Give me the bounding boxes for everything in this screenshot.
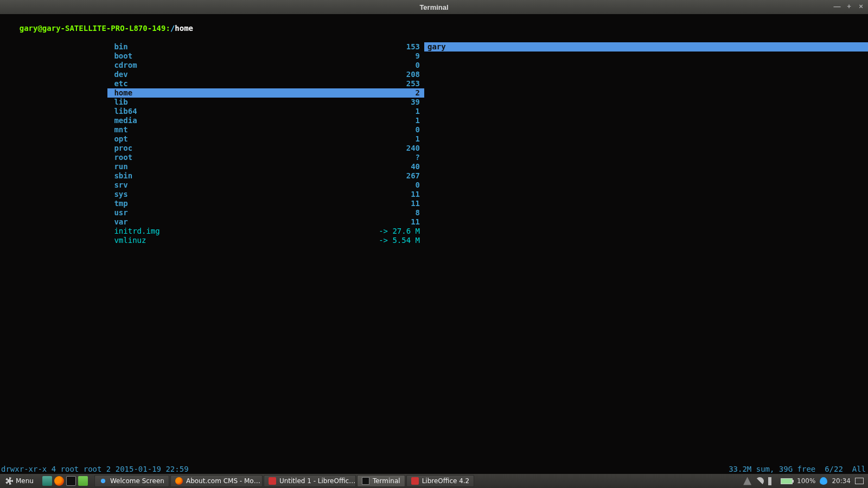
ranger-parent-column	[0, 42, 107, 483]
taskbar-task[interactable]: Untitled 1 - LibreOffic…	[264, 475, 356, 487]
ranger-current-column[interactable]: bin153 boot9 cdrom0 dev208 etc253 home2 …	[107, 42, 424, 483]
fx-icon	[175, 477, 183, 485]
file-row[interactable]: lib641	[107, 107, 424, 116]
file-row[interactable]: var11	[107, 217, 424, 227]
file-name: lib64	[110, 107, 137, 116]
file-size: 8	[416, 208, 420, 217]
file-row[interactable]: tmp11	[107, 199, 424, 208]
file-size: -> 27.6 M	[379, 227, 420, 236]
preview-name: gary	[427, 42, 446, 52]
file-permissions: drwxr-xr-x 4 root root 2 2015-01-19 22:5…	[1, 465, 189, 474]
file-name: cdrom	[110, 61, 137, 70]
doc-icon	[411, 477, 419, 485]
taskbar-task[interactable]: About.com CMS - Mo…	[170, 475, 263, 487]
file-name: root	[110, 153, 132, 162]
minimize-button[interactable]: —	[833, 2, 841, 10]
file-row[interactable]: cdrom0	[107, 61, 424, 70]
file-name: initrd.img	[110, 227, 160, 236]
file-row[interactable]: run40	[107, 162, 424, 171]
battery-icon[interactable]	[781, 478, 793, 484]
file-size: 0	[416, 181, 420, 190]
file-row[interactable]: boot9	[107, 52, 424, 61]
disk-summary: 33.2M sum, 39G free 6/22 All	[729, 465, 866, 474]
current-path: gary@gary-SATELLITE-PRO-L870-149:/home	[0, 14, 868, 42]
display-icon[interactable]	[855, 478, 864, 484]
file-row[interactable]: opt1	[107, 134, 424, 144]
file-row[interactable]: media1	[107, 116, 424, 125]
file-row[interactable]: bin153	[107, 42, 424, 52]
maximize-button[interactable]: +	[845, 2, 853, 10]
quick-launch	[39, 476, 91, 486]
file-name: sbin	[110, 171, 132, 181]
file-row[interactable]: dev208	[107, 70, 424, 79]
file-size: -> 5.54 M	[379, 236, 420, 245]
file-size: 11	[411, 190, 420, 199]
file-name: dev	[110, 70, 128, 79]
file-row[interactable]: srv0	[107, 181, 424, 190]
taskbar-tasks: Welcome ScreenAbout.com CMS - Mo…Untitle…	[94, 475, 474, 487]
user-host: gary@gary-SATELLITE-PRO-L870-149	[20, 24, 166, 33]
ranger-statusbar: drwxr-xr-x 4 root root 2 2015-01-19 22:5…	[0, 465, 868, 474]
file-size: 1	[416, 116, 420, 125]
wifi-icon[interactable]	[756, 477, 764, 485]
file-name: srv	[110, 181, 128, 190]
file-size: 2	[416, 88, 420, 98]
file-row[interactable]: lib39	[107, 98, 424, 107]
file-size: 0	[416, 125, 420, 134]
user-icon[interactable]	[743, 477, 751, 485]
show-desktop-icon[interactable]	[42, 476, 52, 486]
file-row[interactable]: sbin267	[107, 171, 424, 181]
file-size: 1	[416, 134, 420, 144]
file-name: media	[110, 116, 137, 125]
taskbar-task[interactable]: Terminal	[357, 475, 405, 487]
file-size: 9	[416, 52, 420, 61]
task-label: Untitled 1 - LibreOffic…	[279, 477, 355, 485]
file-name: bin	[110, 42, 128, 52]
file-size: 40	[411, 162, 420, 171]
file-name: tmp	[110, 199, 128, 208]
file-name: var	[110, 217, 128, 227]
file-row[interactable]: home2	[107, 88, 424, 98]
battery-percent: 100%	[797, 477, 815, 485]
menu-label: Menu	[16, 477, 34, 485]
taskbar-task[interactable]: Welcome Screen	[94, 475, 169, 487]
file-name: sys	[110, 190, 128, 199]
file-size: 1	[416, 107, 420, 116]
file-row[interactable]: root?	[107, 153, 424, 162]
file-name: vmlinuz	[110, 236, 146, 245]
firefox-icon[interactable]	[54, 476, 64, 486]
file-size: 0	[416, 61, 420, 70]
task-label: About.com CMS - Mo…	[186, 477, 260, 485]
task-label: Welcome Screen	[110, 477, 164, 485]
preview-row[interactable]: gary	[424, 42, 868, 52]
terminal-icon[interactable]	[66, 476, 76, 486]
task-label: LibreOffice 4.2	[422, 477, 470, 485]
gear-icon	[5, 477, 13, 485]
file-name: boot	[110, 52, 132, 61]
close-button[interactable]: ×	[857, 2, 865, 10]
sound-icon[interactable]	[768, 477, 776, 485]
clock[interactable]: 20:34	[832, 477, 851, 485]
file-size: 11	[411, 199, 420, 208]
file-row[interactable]: initrd.img-> 27.6 M	[107, 227, 424, 236]
ranger-preview-column[interactable]: gary	[424, 42, 868, 483]
file-name: etc	[110, 79, 128, 88]
doc-icon	[269, 477, 276, 485]
file-manager-icon[interactable]	[78, 476, 88, 486]
task-label: Terminal	[373, 477, 400, 485]
file-size: 11	[411, 217, 420, 227]
desktop-taskbar[interactable]: Menu Welcome ScreenAbout.com CMS - Mo…Un…	[0, 474, 868, 488]
file-row[interactable]: usr8	[107, 208, 424, 217]
shield-icon[interactable]	[820, 477, 827, 485]
file-row[interactable]: etc253	[107, 79, 424, 88]
menu-button[interactable]: Menu	[0, 474, 39, 488]
file-size: ?	[416, 153, 420, 162]
file-row[interactable]: vmlinuz-> 5.54 M	[107, 236, 424, 245]
taskbar-task[interactable]: LibreOffice 4.2	[406, 475, 475, 487]
ranger-terminal[interactable]: gary@gary-SATELLITE-PRO-L870-149:/home b…	[0, 14, 868, 474]
file-row[interactable]: sys11	[107, 190, 424, 199]
file-row[interactable]: proc240	[107, 144, 424, 153]
window-titlebar[interactable]: Terminal — + ×	[0, 0, 868, 14]
file-name: usr	[110, 208, 128, 217]
file-row[interactable]: mnt0	[107, 125, 424, 134]
